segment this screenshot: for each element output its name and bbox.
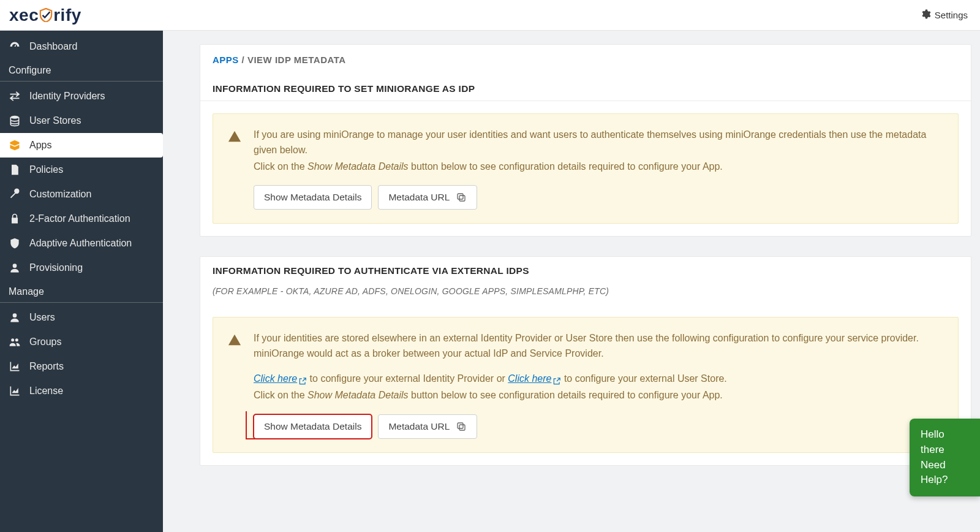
- configure-userstore-link[interactable]: Click here: [508, 373, 561, 384]
- logo-shield-icon: [39, 8, 53, 23]
- sidebar-item-users[interactable]: Users: [0, 305, 163, 330]
- sidebar-item-customization[interactable]: Customization: [0, 182, 163, 207]
- sidebar-item-label: Groups: [29, 336, 61, 348]
- sidebar-item-label: User Stores: [29, 115, 81, 126]
- alert-line2: Click on the Show Metadata Details butto…: [254, 159, 943, 175]
- warning-icon: [228, 333, 241, 347]
- sidebar-item-label: Customization: [29, 189, 91, 200]
- sidebar-item-label: 2-Factor Authentication: [29, 213, 130, 224]
- lock-icon: [9, 213, 21, 225]
- top-header: xec rify Settings: [0, 0, 980, 31]
- svg-rect-1: [459, 196, 465, 201]
- alert-ext-line1: If your identities are stored elsewhere …: [254, 331, 943, 362]
- sidebar-item-label: Dashboard: [29, 41, 77, 52]
- help-bubble[interactable]: Hello there Need Help?: [910, 419, 980, 496]
- svg-rect-3: [459, 425, 465, 430]
- main-content: APPS / VIEW IDP METADATA INFORMATION REQ…: [163, 31, 980, 532]
- configure-idp-link[interactable]: Click here: [254, 373, 307, 384]
- help-line2: Need Help?: [921, 458, 970, 488]
- alert-line1: If you are using miniOrange to manage yo…: [254, 127, 943, 158]
- metadata-url-button[interactable]: Metadata URL: [378, 185, 477, 210]
- panel-breadcrumb: APPS / VIEW IDP METADATA INFORMATION REQ…: [200, 44, 971, 237]
- breadcrumb: APPS / VIEW IDP METADATA: [200, 45, 971, 75]
- show-metadata-details-button-external[interactable]: Show Metadata Details: [254, 414, 372, 439]
- sidebar-item-groups[interactable]: Groups: [0, 330, 163, 354]
- user-icon: [9, 311, 21, 324]
- panel2-title: INFORMATION REQUIRED TO AUTHENTICATE VIA…: [200, 257, 971, 283]
- help-line1: Hello there: [921, 427, 970, 457]
- gear-icon: [920, 9, 931, 21]
- svg-rect-4: [458, 423, 463, 428]
- chart-icon: [9, 385, 21, 397]
- dashboard-icon: [9, 40, 21, 53]
- copy-icon: [456, 421, 467, 432]
- breadcrumb-current: VIEW IDP METADATA: [247, 55, 346, 65]
- sidebar-item-reports[interactable]: Reports: [0, 354, 163, 379]
- shield-icon: [9, 237, 21, 249]
- panel1-title: INFORMATION REQUIRED TO SET MINIORANGE A…: [200, 75, 971, 101]
- sidebar-item-label: Provisioning: [29, 262, 83, 273]
- svg-rect-2: [458, 194, 463, 199]
- sidebar-item-label: Policies: [29, 164, 63, 175]
- sidebar-item-label: Reports: [29, 361, 64, 372]
- external-link-icon: [298, 375, 307, 384]
- arrows-icon: [9, 90, 21, 102]
- sidebar-item-apps[interactable]: Apps: [0, 133, 163, 158]
- alert-ext-line3: Click on the Show Metadata Details butto…: [254, 388, 943, 403]
- user-icon: [9, 262, 21, 274]
- document-icon: [9, 164, 21, 176]
- sidebar-item-label: Identity Providers: [29, 91, 105, 102]
- users-icon: [9, 336, 21, 348]
- alert-ext-links: Click here to configure your external Id…: [254, 371, 943, 387]
- sidebar-item-provisioning[interactable]: Provisioning: [0, 256, 163, 280]
- logo-text-right: rify: [53, 6, 81, 25]
- box-icon: [9, 139, 21, 151]
- chart-icon: [9, 360, 21, 373]
- sidebar-item-license[interactable]: License: [0, 379, 163, 403]
- sidebar-item-label: Apps: [29, 140, 51, 151]
- svg-point-0: [10, 116, 18, 119]
- breadcrumb-apps-link[interactable]: APPS: [213, 55, 239, 65]
- show-metadata-details-button[interactable]: Show Metadata Details: [254, 185, 372, 210]
- wrench-icon: [9, 188, 21, 200]
- alert-external: If your identities are stored elsewhere …: [213, 317, 959, 452]
- sidebar: Dashboard Configure Identity Providers U…: [0, 31, 163, 532]
- sidebar-item-adaptive-auth[interactable]: Adaptive Authentication: [0, 231, 163, 256]
- database-icon: [9, 115, 21, 127]
- warning-icon: [228, 130, 241, 143]
- sidebar-item-user-stores[interactable]: User Stores: [0, 108, 163, 133]
- sidebar-item-dashboard[interactable]: Dashboard: [0, 34, 163, 59]
- sidebar-section-configure: Configure: [0, 59, 163, 82]
- panel2-subtitle: (FOR EXAMPLE - OKTA, AZURE AD, ADFS, ONE…: [200, 283, 971, 305]
- panel-external-idp: INFORMATION REQUIRED TO AUTHENTICATE VIA…: [200, 256, 971, 465]
- logo-text-left: xec: [9, 6, 39, 25]
- copy-icon: [456, 192, 467, 203]
- logo: xec rify: [9, 6, 81, 25]
- settings-label: Settings: [935, 10, 968, 20]
- sidebar-item-label: License: [29, 386, 63, 397]
- metadata-url-button-external[interactable]: Metadata URL: [378, 414, 477, 439]
- sidebar-item-label: Adaptive Authentication: [29, 238, 132, 249]
- sidebar-item-label: Users: [29, 312, 55, 323]
- alert-idp: If you are using miniOrange to manage yo…: [213, 113, 959, 224]
- breadcrumb-sep: /: [239, 55, 247, 65]
- sidebar-section-manage: Manage: [0, 280, 163, 303]
- sidebar-item-identity-providers[interactable]: Identity Providers: [0, 84, 163, 108]
- settings-link[interactable]: Settings: [920, 9, 968, 21]
- sidebar-item-2fa[interactable]: 2-Factor Authentication: [0, 207, 163, 231]
- sidebar-item-policies[interactable]: Policies: [0, 158, 163, 182]
- external-link-icon: [552, 375, 561, 384]
